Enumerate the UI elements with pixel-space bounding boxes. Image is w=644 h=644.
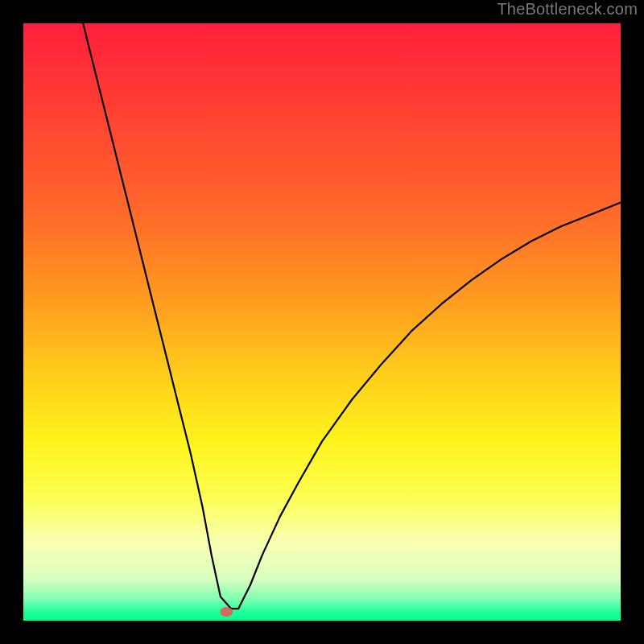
attribution-label: TheBottleneck.com [497, 0, 638, 19]
bottleneck-curve-svg [23, 23, 621, 621]
bottleneck-curve-path [83, 23, 621, 609]
chart-frame: TheBottleneck.com [0, 0, 644, 644]
plot-area [23, 23, 621, 621]
optimum-marker [220, 607, 233, 617]
